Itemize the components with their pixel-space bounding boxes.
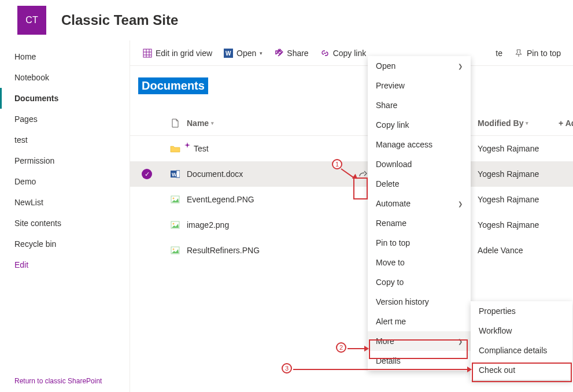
share-icon (274, 49, 283, 58)
ctx-pin[interactable]: Pin to top (368, 233, 471, 253)
annotation-badge-1: 1 (332, 159, 342, 169)
new-indicator-icon (184, 142, 190, 148)
pin-icon (514, 49, 523, 58)
ctx-automate-label: Automate (376, 199, 411, 208)
sidebar-item-home[interactable]: Home (0, 46, 130, 67)
sidebar-edit-link[interactable]: Edit (0, 254, 130, 275)
word-file-icon: W (171, 169, 180, 179)
file-name-cell[interactable]: Document.docx (187, 169, 337, 179)
file-name-label: Test (194, 144, 209, 153)
ctx-copylink[interactable]: Copy link (368, 115, 471, 135)
sidebar-item-pages[interactable]: Pages (0, 109, 130, 130)
folder-icon (170, 145, 180, 153)
ctx-open[interactable]: Open❯ (368, 56, 471, 76)
col-head-add[interactable]: + Ad (559, 119, 573, 128)
sidebar-item-demo[interactable]: Demo (0, 171, 130, 192)
col-head-name[interactable]: Name▾ (187, 119, 337, 128)
col-head-modifiedby[interactable]: Modified By▾ (478, 119, 559, 128)
col-head-type[interactable] (164, 119, 187, 128)
table-row[interactable]: Test Yogesh Rajmane (130, 136, 573, 161)
annotation-line-3 (293, 369, 471, 370)
row-select-check[interactable] (142, 169, 152, 179)
modifiedby-cell[interactable]: Yogesh Rajmane (478, 220, 559, 230)
file-type-icon (171, 119, 179, 128)
ctx-manage-access[interactable]: Manage access (368, 135, 471, 154)
chevron-down-icon: ▾ (526, 120, 528, 126)
sidebar-nav: Home Notebook Documents Pages test Permi… (0, 40, 130, 370)
cmd-open[interactable]: W Open ▾ (219, 46, 267, 60)
sub-properties[interactable]: Properties (471, 301, 572, 321)
svg-point-15 (173, 198, 175, 199)
sidebar: Home Notebook Documents Pages test Permi… (0, 40, 130, 392)
cmd-copylink[interactable]: Copy link (316, 46, 371, 60)
ctx-copyto[interactable]: Copy to (368, 272, 471, 292)
word-icon: W (224, 49, 233, 58)
file-name-cell[interactable]: EventLegend.PNG (187, 195, 337, 204)
sidebar-item-recyclebin[interactable]: Recycle bin (0, 234, 130, 254)
grid-header-row: Name▾ Modified By▾ + Ad (130, 110, 573, 136)
cmd-edit-grid[interactable]: Edit in grid view (138, 46, 217, 60)
cmd-copylink-label: Copy link (333, 49, 367, 58)
image-file-icon (171, 195, 180, 204)
sidebar-item-test[interactable]: test (0, 130, 130, 150)
ctx-automate[interactable]: Automate❯ (368, 194, 471, 213)
sidebar-item-notebook[interactable]: Notebook (0, 67, 130, 88)
modifiedby-cell[interactable]: Adele Vance (478, 246, 559, 255)
table-row[interactable]: image2.png Yogesh Rajmane (130, 212, 573, 238)
cmd-share[interactable]: Share (269, 46, 313, 60)
cmd-delete-partial[interactable]: te (491, 46, 507, 60)
cmd-pin[interactable]: Pin to top (509, 46, 565, 60)
file-grid: Name▾ Modified By▾ + Ad Test (130, 110, 573, 263)
ctx-open-label: Open (376, 61, 395, 71)
svg-rect-10 (176, 171, 180, 177)
grid-icon (143, 49, 152, 58)
ctx-preview[interactable]: Preview (368, 76, 471, 95)
sidebar-item-newlist[interactable]: NewList (0, 192, 130, 213)
ctx-share[interactable]: Share (368, 95, 471, 115)
annotation-box-3 (472, 363, 572, 382)
sidebar-item-permission[interactable]: Permission (0, 150, 130, 171)
ctx-download[interactable]: Download (368, 154, 471, 174)
ctx-alert-me[interactable]: Alert me (368, 312, 471, 331)
cmd-delete-partial-label: te (496, 49, 502, 58)
ctx-moveto[interactable]: Move to (368, 253, 471, 272)
library-title: Documents (138, 77, 208, 94)
site-logo[interactable]: CT (17, 6, 46, 35)
sub-workflow[interactable]: Workflow (471, 321, 572, 341)
svg-rect-0 (143, 49, 151, 57)
table-row[interactable]: ResultRefiners.PNG Adele Vance (130, 238, 573, 263)
chevron-down-icon: ▾ (211, 120, 214, 126)
return-classic-link[interactable]: Return to classic SharePoint (0, 370, 130, 392)
chevron-right-icon: ❯ (458, 201, 463, 207)
file-name-cell[interactable]: ResultRefiners.PNG (187, 246, 337, 255)
sidebar-item-sitecontents[interactable]: Site contents (0, 213, 130, 234)
annotation-arrow-3 (467, 367, 472, 372)
modifiedby-cell[interactable]: Yogesh Rajmane (478, 195, 559, 204)
modifiedby-cell[interactable]: Yogesh Rajmane (478, 144, 559, 153)
ctx-delete[interactable]: Delete (368, 174, 471, 194)
modifiedby-cell[interactable]: Yogesh Rajmane (478, 169, 559, 179)
image-file-icon (171, 221, 180, 229)
table-row[interactable]: W Document.docx Yogesh Rajmane (130, 161, 573, 187)
library-body: Documents Name▾ Modified By▾ + Ad (130, 66, 573, 263)
chevron-down-icon: ▾ (260, 50, 263, 56)
table-row[interactable]: EventLegend.PNG Yogesh Rajmane (130, 187, 573, 212)
sidebar-item-documents[interactable]: Documents (0, 88, 130, 109)
ctx-version-history[interactable]: Version history (368, 292, 471, 312)
sub-compliance[interactable]: Compliance details (471, 341, 572, 360)
site-header: CT Classic Team Site (0, 0, 573, 40)
file-name-cell[interactable]: Test (187, 144, 337, 153)
annotation-badge-2: 2 (336, 342, 346, 353)
file-name-cell[interactable]: image2.png (187, 220, 337, 230)
image-file-icon (171, 246, 180, 254)
cmd-overflow[interactable]: ··· (568, 45, 573, 61)
cmd-edit-grid-label: Edit in grid view (156, 49, 212, 58)
chevron-right-icon: ❯ (458, 63, 463, 69)
svg-text:W: W (225, 50, 231, 57)
annotation-box-2 (369, 339, 468, 359)
site-logo-text: CT (25, 15, 38, 25)
link-icon (320, 49, 330, 58)
ctx-rename[interactable]: Rename (368, 213, 471, 233)
command-bar: Edit in grid view W Open ▾ Share Copy li… (130, 40, 573, 66)
site-title[interactable]: Classic Team Site (61, 12, 178, 28)
